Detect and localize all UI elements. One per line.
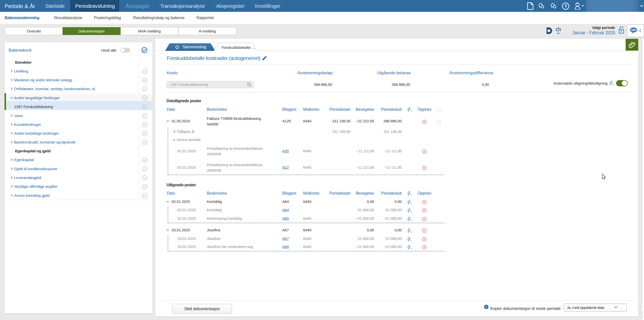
svg-text:A: A [411, 247, 412, 250]
svg-text:A: A [411, 202, 412, 205]
svg-text:?: ? [565, 4, 567, 9]
svg-text:A: A [411, 239, 412, 242]
svg-text:A: A [411, 211, 412, 213]
svg-text:A: A [411, 219, 412, 222]
svg-text:i: i [486, 305, 487, 309]
svg-text:A: A [613, 83, 614, 86]
svg-text:A: A [411, 231, 412, 233]
svg-text:A: A [411, 110, 412, 112]
svg-text:A: A [411, 194, 412, 196]
